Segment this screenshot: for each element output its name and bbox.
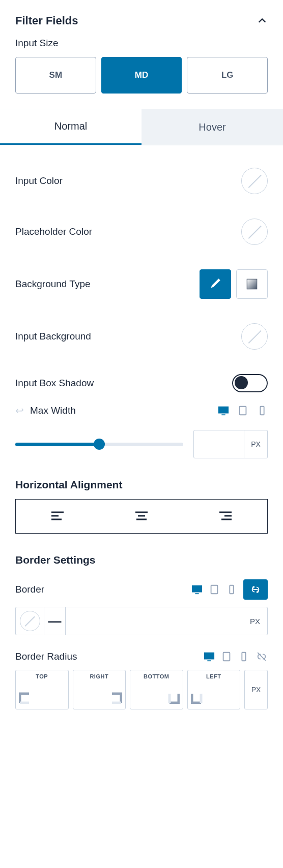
size-md-button[interactable]: MD bbox=[101, 57, 182, 94]
radius-mobile-icon[interactable] bbox=[238, 652, 249, 662]
svg-rect-0 bbox=[247, 279, 257, 289]
chevron-up-icon[interactable] bbox=[257, 15, 268, 26]
radius-inputs: TOP RIGHT BOTTOM LEFT PX bbox=[15, 670, 268, 709]
section-header[interactable]: Filter Fields bbox=[0, 0, 283, 38]
border-style-picker[interactable]: — bbox=[44, 607, 66, 635]
placeholder-color-row: Placeholder Color bbox=[0, 206, 283, 257]
border-radius-label: Border Radius bbox=[15, 651, 77, 662]
slider-fill bbox=[15, 443, 99, 446]
svg-rect-21 bbox=[242, 653, 245, 661]
border-tablet-icon[interactable] bbox=[209, 584, 220, 595]
border-desktop-icon[interactable] bbox=[191, 584, 203, 595]
border-color-picker[interactable] bbox=[16, 607, 44, 635]
device-switcher bbox=[218, 406, 268, 416]
input-size-group: SM MD LG bbox=[15, 57, 268, 94]
max-width-unit[interactable]: PX bbox=[244, 430, 268, 458]
state-tabs: Normal Hover bbox=[0, 109, 283, 145]
max-width-input[interactable] bbox=[193, 430, 244, 458]
horizontal-alignment-section: Horizontal Alignment bbox=[0, 474, 283, 549]
input-color-picker[interactable] bbox=[241, 168, 268, 194]
horizontal-alignment-label: Horizontal Alignment bbox=[15, 479, 268, 491]
tab-normal[interactable]: Normal bbox=[0, 109, 142, 145]
reset-icon[interactable]: ↩ bbox=[15, 405, 24, 417]
radius-left-input[interactable]: LEFT bbox=[187, 670, 241, 709]
input-background-label: Input Background bbox=[15, 331, 91, 342]
bg-type-classic-button[interactable] bbox=[200, 269, 231, 299]
max-width-slider[interactable] bbox=[15, 439, 183, 449]
radius-desktop-icon[interactable] bbox=[204, 652, 215, 662]
svg-rect-14 bbox=[192, 586, 202, 592]
placeholder-color-label: Placeholder Color bbox=[15, 226, 92, 237]
border-settings-section: Border Settings Border — PX Border Radiu… bbox=[0, 549, 283, 720]
border-mobile-icon[interactable] bbox=[226, 584, 237, 595]
svg-rect-17 bbox=[230, 585, 233, 594]
input-box-shadow-row: Input Box Shadow bbox=[0, 362, 283, 405]
radius-tablet-icon[interactable] bbox=[221, 652, 232, 662]
max-width-label: Max Width bbox=[30, 405, 76, 416]
border-link-button[interactable] bbox=[243, 579, 268, 600]
border-input-row: — PX bbox=[15, 607, 268, 635]
svg-rect-4 bbox=[260, 407, 264, 415]
svg-rect-20 bbox=[223, 653, 230, 661]
svg-rect-3 bbox=[240, 407, 246, 415]
tablet-icon[interactable] bbox=[237, 406, 248, 416]
placeholder-color-picker[interactable] bbox=[241, 219, 268, 245]
radius-unit[interactable]: PX bbox=[244, 670, 268, 709]
radius-right-input[interactable]: RIGHT bbox=[73, 670, 126, 709]
input-color-label: Input Color bbox=[15, 175, 63, 187]
border-settings-label: Border Settings bbox=[15, 554, 268, 566]
align-right-button[interactable] bbox=[183, 500, 267, 533]
svg-rect-1 bbox=[219, 407, 228, 413]
section-title: Filter Fields bbox=[15, 14, 78, 27]
svg-rect-18 bbox=[205, 653, 214, 659]
align-left-button[interactable] bbox=[16, 500, 100, 533]
input-size-label: Input Size bbox=[15, 38, 268, 49]
size-lg-button[interactable]: LG bbox=[187, 57, 268, 94]
tab-hover[interactable]: Hover bbox=[142, 109, 283, 145]
mobile-icon[interactable] bbox=[257, 406, 268, 416]
border-label: Border bbox=[15, 584, 44, 595]
svg-rect-16 bbox=[211, 585, 218, 594]
radius-top-input[interactable]: TOP bbox=[15, 670, 69, 709]
align-center-button[interactable] bbox=[100, 500, 184, 533]
border-unit: PX bbox=[250, 617, 260, 626]
box-shadow-toggle[interactable] bbox=[232, 374, 268, 392]
input-box-shadow-label: Input Box Shadow bbox=[15, 378, 94, 389]
radius-unlink-button[interactable] bbox=[256, 650, 268, 663]
input-color-row: Input Color bbox=[0, 156, 283, 206]
radius-bottom-input[interactable]: BOTTOM bbox=[130, 670, 183, 709]
slider-thumb[interactable] bbox=[94, 439, 105, 450]
border-width-input[interactable]: PX bbox=[66, 607, 267, 635]
max-width-section: ↩ Max Width PX bbox=[0, 405, 283, 474]
toggle-knob bbox=[235, 376, 248, 389]
size-sm-button[interactable]: SM bbox=[15, 57, 96, 94]
desktop-icon[interactable] bbox=[218, 406, 229, 416]
input-background-row: Input Background bbox=[0, 311, 283, 362]
input-background-picker[interactable] bbox=[241, 323, 268, 350]
background-type-row: Background Type bbox=[0, 257, 283, 311]
background-type-label: Background Type bbox=[15, 278, 91, 290]
bg-type-gradient-button[interactable] bbox=[236, 269, 268, 299]
